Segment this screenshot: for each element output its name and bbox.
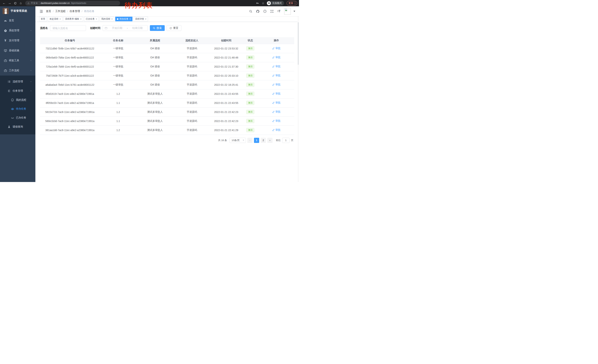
col-task-id: 任务编号 (40, 37, 100, 44)
github-icon[interactable] (256, 10, 259, 13)
chrome-menu-icon[interactable] (295, 2, 295, 4)
cell-process: 测试多审批人 (137, 116, 173, 126)
approve-link[interactable]: 审批 (272, 56, 281, 59)
col-create-time: 创建时间 (210, 37, 242, 44)
approve-link[interactable]: 审批 (272, 110, 281, 113)
toolbox-icon (4, 59, 7, 62)
page-button-1[interactable]: 1 (254, 138, 259, 143)
cell-task-name: 一级审批 (100, 80, 137, 89)
sidebar-item-infrastructure[interactable]: 基础设施 (0, 46, 35, 56)
cell-create-time: 2022-01-22 21:37:30 (210, 62, 242, 71)
cell-create-time: 2022-01-21 22:42:23 (210, 107, 242, 116)
scrollbar-thumb[interactable] (298, 22, 299, 65)
close-icon[interactable]: × (96, 18, 97, 20)
help-icon[interactable]: ? (263, 10, 266, 13)
prev-page-button[interactable]: ‹ (247, 138, 252, 143)
search-icon[interactable] (249, 10, 252, 13)
logo-row[interactable]: 芋道管理系统 (0, 6, 35, 16)
chrome-update-button[interactable]: 更新 (287, 1, 297, 6)
sidebar-item-done-tasks[interactable]: 已办任务 (0, 113, 35, 122)
sidebar-menu: 首页 系统管理 ¥ 支付管理 基础设施 (0, 16, 35, 134)
next-page-button[interactable]: › (267, 138, 273, 143)
sidebar-item-workflow[interactable]: 工作流程 (0, 65, 35, 75)
app-logo (3, 8, 9, 14)
sidebar-item-label: 任务管理 (13, 89, 23, 93)
password-key-icon[interactable] (255, 1, 260, 5)
table-row: 75d72608-7b7f-11ec-a3c8-acde48001122 一级审… (40, 71, 294, 80)
approve-link[interactable]: 审批 (272, 101, 281, 105)
process-name-label: 流程名 (40, 26, 48, 30)
process-name-input[interactable] (50, 25, 86, 31)
col-status: 状态 (242, 37, 259, 44)
goto-page-input[interactable] (282, 138, 290, 143)
fullscreen-icon[interactable] (270, 10, 274, 13)
tag-start-process[interactable]: 发起流程× (48, 17, 62, 21)
approve-link[interactable]: 审批 (272, 119, 281, 122)
approve-link[interactable]: 审批 (272, 47, 281, 50)
close-icon[interactable]: × (130, 18, 131, 20)
cell-status: 激活 (242, 71, 259, 80)
navbar-actions: ? TT (249, 8, 295, 15)
page-content: 流程名 创建时间 开始日期 - 结束日期 搜索 重置 (35, 22, 299, 182)
table-row: 381aa1dd-7ac8-11ec-a9e2-a2380e71991a 1.2… (40, 126, 294, 135)
sidebar-item-devtools[interactable]: 研发工具 (0, 56, 35, 65)
sidebar-item-task-management[interactable]: 任务管理 (0, 86, 35, 96)
sidebar-item-my-process[interactable]: 我的流程 (0, 96, 35, 105)
tag-my-process[interactable]: 我的流程× (100, 17, 114, 21)
breadcrumb-home[interactable]: 首页 (46, 10, 51, 13)
sidebar-item-home[interactable]: 首页 (0, 16, 35, 25)
cell-actions: 审批 (259, 80, 294, 89)
breadcrumb-workflow[interactable]: 工作流程 (55, 10, 66, 13)
goto-suffix: 页 (291, 139, 293, 142)
breadcrumb-task-management[interactable]: 任务管理 (70, 10, 80, 13)
close-icon[interactable]: × (59, 18, 61, 20)
close-icon[interactable]: × (145, 18, 146, 20)
approve-link[interactable]: 审批 (272, 128, 281, 132)
bookmark-star-icon[interactable]: ☆ (261, 1, 265, 5)
sidebar-item-todo-tasks[interactable]: 待办任务 (0, 105, 35, 113)
approve-link[interactable]: 审批 (272, 92, 281, 95)
tag-process-detail[interactable]: 流程详情× (133, 17, 148, 21)
sidebar-item-payment[interactable]: ¥ 支付管理 (0, 36, 35, 46)
tag-home[interactable]: 首页 (39, 17, 47, 21)
cell-actions: 审批 (259, 44, 294, 53)
approve-link[interactable]: 审批 (272, 65, 281, 68)
tag-done-tasks[interactable]: 已办任务× (84, 17, 99, 21)
avatar-dropdown-caret[interactable] (293, 11, 295, 12)
page-button-2[interactable]: 2 (261, 138, 266, 143)
cell-initiator: 芋道源码 (173, 62, 210, 71)
breadcrumb-separator: / (53, 10, 54, 13)
close-icon[interactable]: × (80, 18, 82, 20)
sidebar-item-system[interactable]: 系统管理 (0, 25, 35, 36)
page-size-select[interactable]: 10条/页 (230, 138, 246, 143)
sidebar-item-process-management[interactable]: 流程管理 (0, 77, 35, 86)
reload-icon[interactable] (13, 1, 17, 5)
eye-closed-icon (11, 116, 14, 119)
incognito-badge: 无痕模式 (266, 1, 284, 6)
cell-process: OA 请假 (137, 71, 173, 80)
approve-link[interactable]: 审批 (272, 74, 281, 77)
sidebar-collapse-icon[interactable] (40, 10, 43, 13)
list-icon (8, 80, 11, 83)
tag-process-form-edit[interactable]: 流程表单-编辑× (63, 17, 83, 21)
avatar[interactable] (284, 8, 291, 15)
reset-button[interactable]: 重置 (166, 25, 181, 31)
home-icon[interactable]: ⌂ (18, 1, 23, 5)
address-bar[interactable]: ⚠ 不安全 dashboard.yudao.iocoder.cn/bpm/tas… (25, 1, 120, 6)
status-badge: 激活 (246, 83, 254, 87)
cell-create-time: 2022-01-21 22:43:55 (210, 89, 242, 98)
back-icon[interactable]: ← (2, 1, 6, 5)
close-icon[interactable]: × (111, 18, 113, 20)
forward-icon[interactable]: → (8, 1, 12, 5)
tag-todo-tasks[interactable]: 待办任务× (115, 17, 133, 21)
date-range-picker[interactable]: 开始日期 - 结束日期 (103, 25, 148, 31)
col-task-name: 任务名称 (100, 37, 137, 44)
search-button[interactable]: 搜索 (150, 25, 165, 31)
sidebar-item-label: 请假查询 (13, 125, 23, 129)
font-size-icon[interactable]: TT (277, 10, 281, 13)
status-badge: 激活 (246, 46, 254, 51)
sidebar-item-leave-query[interactable]: 请假查询 (0, 122, 35, 131)
scrollbar[interactable] (298, 6, 299, 182)
approve-link[interactable]: 审批 (272, 83, 281, 86)
status-badge: 激活 (246, 110, 254, 114)
